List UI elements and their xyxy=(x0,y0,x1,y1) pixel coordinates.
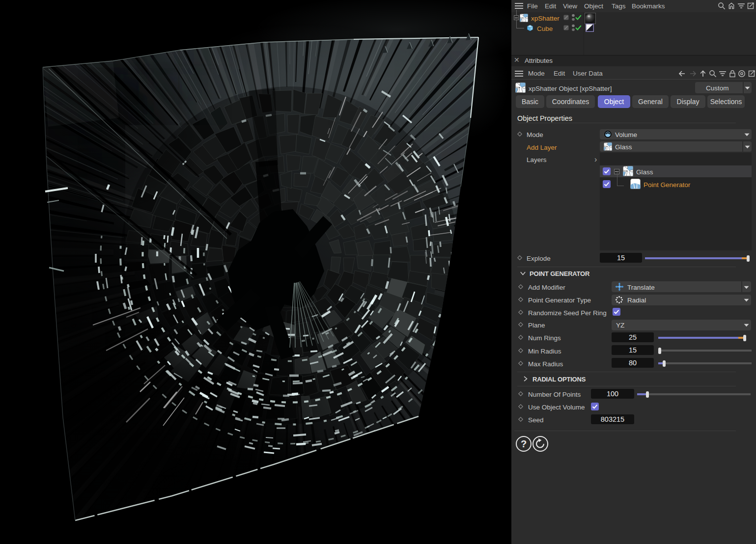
svg-text:?: ? xyxy=(521,438,527,449)
